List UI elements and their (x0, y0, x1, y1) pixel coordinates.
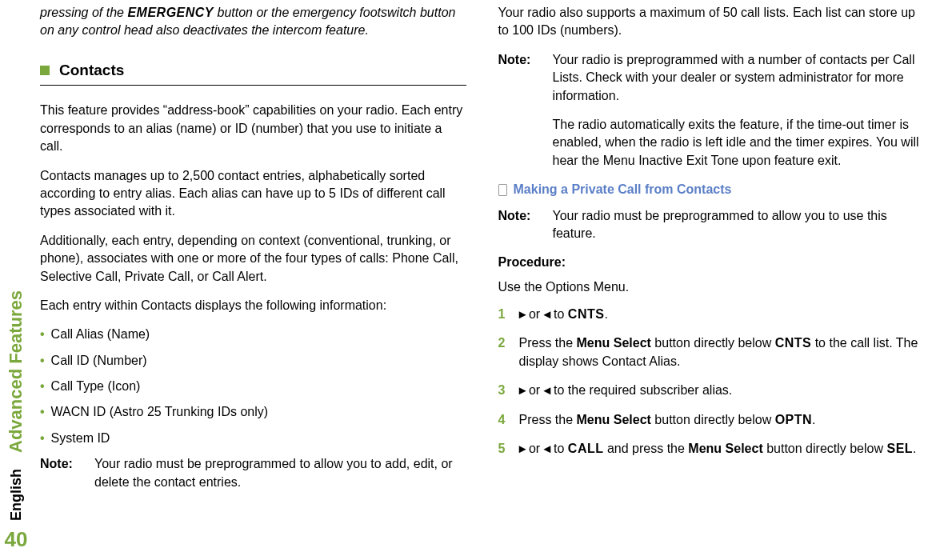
to-text: to (550, 442, 568, 455)
bullet-icon: • (40, 403, 45, 421)
bullet-icon: • (40, 430, 45, 447)
note-text: Your radio is preprogrammed with a numbe… (553, 51, 925, 170)
step-text: Press the Menu Select button directly be… (519, 334, 925, 370)
step4-c: . (812, 413, 815, 426)
sidebar-language: English (8, 469, 25, 521)
step5-c: . (913, 442, 916, 455)
sidebar: Advanced Features English 40 (0, 0, 32, 560)
contacts-section-header: Contacts (40, 60, 466, 82)
step-text: ▸ or ◂ to the required subscriber alias. (519, 382, 925, 399)
step3-text: to the required subscriber alias. (550, 383, 733, 397)
bullet-text: Call ID (Number) (51, 352, 147, 370)
procedure-label: Procedure: (498, 254, 925, 271)
bullet-icon: • (40, 326, 45, 343)
menu-select-label: Menu Select (577, 336, 651, 350)
step2-b: button directly below (651, 336, 775, 350)
col2-paragraph-1: Your radio also supports a maximum of 50… (498, 4, 925, 40)
menu-select-label: Menu Select (577, 413, 651, 426)
bullet-text: Call Type (Icon) (51, 378, 141, 395)
step5-mid: and press the (604, 442, 689, 455)
step-number: 5 (498, 440, 513, 458)
page-number: 40 (5, 527, 28, 552)
step-text: ▸ or ◂ to CNTS. (519, 306, 925, 323)
left-column: pressing of the EMERGENCY button or the … (40, 4, 466, 502)
bullet-item: • Call Type (Icon) (40, 378, 466, 395)
period: . (604, 307, 607, 321)
menu-select-label: Menu Select (688, 442, 762, 455)
paragraph-3: Additionally, each entry, depending on c… (40, 232, 466, 286)
left-arrow-icon: ◂ (544, 383, 550, 397)
note-label: Note: (40, 455, 86, 491)
paragraph-1: This feature provides “address-book” cap… (40, 102, 466, 155)
bullet-item: • Call Alias (Name) (40, 326, 466, 343)
paragraph-2: Contacts manages up to 2,500 contact ent… (40, 167, 466, 221)
step-number: 1 (498, 306, 513, 323)
intro-prefix: pressing of the (40, 6, 127, 19)
subsection-title: Making a Private Call from Contacts (514, 181, 732, 198)
document-icon (498, 184, 507, 196)
bullet-item: • System ID (40, 430, 466, 447)
step4-b: button directly below (651, 413, 775, 426)
step-1: 1 ▸ or ◂ to CNTS. (498, 306, 925, 323)
optn-label: OPTN (775, 413, 812, 426)
cnts-label: CNTS (775, 336, 812, 350)
step5-b: button directly below (763, 442, 887, 455)
right-arrow-icon: ▸ (519, 442, 526, 455)
step2-a: Press the (519, 336, 577, 350)
or-text: or (526, 307, 544, 321)
sel-label: SEL (886, 442, 913, 455)
left-arrow-icon: ◂ (544, 442, 550, 455)
content-area: pressing of the EMERGENCY button or the … (40, 0, 924, 502)
step-text: Press the Menu Select button directly be… (519, 411, 925, 429)
bullet-icon: • (40, 378, 45, 395)
sub-note-text: Your radio must be preprogrammed to allo… (553, 207, 925, 243)
bullet-text: WACN ID (Astro 25 Trunking IDs only) (51, 403, 268, 421)
paragraph-4: Each entry within Contacts displays the … (40, 297, 466, 314)
bullet-text: Call Alias (Name) (51, 326, 150, 343)
note-para-a: Your radio is preprogrammed with a numbe… (553, 51, 925, 105)
cnts-label: CNTS (568, 307, 605, 321)
or-text: or (526, 383, 544, 397)
note-text: Your radio must be preprogrammed to allo… (94, 455, 466, 491)
left-arrow-icon: ◂ (544, 307, 550, 321)
call-label: CALL (568, 442, 604, 455)
note-row: Note: Your radio is preprogrammed with a… (498, 51, 925, 170)
step-number: 3 (498, 382, 513, 399)
procedure-intro: Use the Options Menu. (498, 278, 925, 296)
to-text: to (550, 307, 568, 321)
note-para-b: The radio automatically exits the featur… (553, 116, 925, 170)
subsection-header: Making a Private Call from Contacts (498, 181, 925, 198)
step-4: 4 Press the Menu Select button directly … (498, 411, 925, 429)
note-label: Note: (498, 51, 545, 170)
bullet-item: • WACN ID (Astro 25 Trunking IDs only) (40, 403, 466, 421)
note-row: Note: Your radio must be preprogrammed t… (40, 455, 466, 491)
step-number: 4 (498, 411, 513, 429)
or-text: or (526, 442, 544, 455)
step4-a: Press the (519, 413, 577, 426)
bullet-item: • Call ID (Number) (40, 352, 466, 370)
section-marker-icon (40, 66, 50, 75)
step-number: 2 (498, 334, 513, 352)
step-5: 5 ▸ or ◂ to CALL and press the Menu Sele… (498, 440, 925, 458)
section-divider (40, 85, 466, 86)
right-arrow-icon: ▸ (519, 307, 526, 321)
contacts-title: Contacts (59, 60, 124, 82)
right-column: Your radio also supports a maximum of 50… (498, 4, 925, 502)
bullet-icon: • (40, 352, 45, 370)
intro-italic-text: pressing of the EMERGENCY button or the … (40, 4, 466, 40)
right-arrow-icon: ▸ (519, 383, 526, 397)
step-2: 2 Press the Menu Select button directly … (498, 334, 925, 370)
sidebar-section-label: Advanced Features (6, 290, 26, 453)
bullet-text: System ID (51, 430, 110, 447)
sub-note-label: Note: (498, 207, 545, 243)
emergency-label: EMERGENCY (127, 6, 214, 19)
sub-note-row: Note: Your radio must be preprogrammed t… (498, 207, 925, 243)
step-text: ▸ or ◂ to CALL and press the Menu Select… (519, 440, 925, 458)
step-3: 3 ▸ or ◂ to the required subscriber alia… (498, 382, 925, 399)
